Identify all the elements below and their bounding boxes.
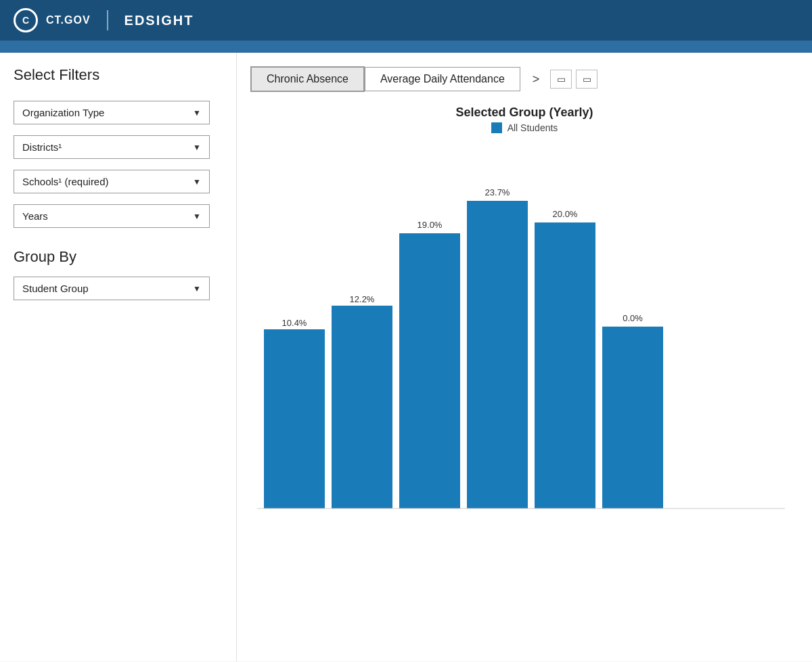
view-mode-split-button[interactable]: ▭ — [576, 70, 597, 89]
years-label: Years — [22, 210, 48, 222]
ct-gov-label: CT.GOV — [46, 14, 91, 26]
header-logo: C CT.GOV EDSIGHT — [14, 8, 194, 32]
svg-text:23.7%: 23.7% — [485, 187, 510, 197]
districts-arrow-icon: ▼ — [193, 143, 201, 152]
bar-chart-svg: 10.4% 12.2% 19.0% 23.7% 20.0% — [257, 147, 785, 525]
tab-chronic-absence[interactable]: Chronic Absence — [250, 66, 365, 92]
tab-nav-next-button[interactable]: > — [526, 68, 547, 91]
schools-filter: Schools¹ (required) ▼ — [14, 170, 223, 193]
group-by-arrow-icon: ▼ — [193, 284, 201, 293]
view-mode-single-button[interactable]: ▭ — [550, 70, 572, 89]
org-type-arrow-icon: ▼ — [193, 108, 201, 118]
svg-text:10.4%: 10.4% — [282, 318, 307, 328]
svg-text:19.0%: 19.0% — [418, 220, 443, 230]
bar-6 — [602, 327, 663, 509]
years-dropdown[interactable]: Years ▼ — [14, 204, 210, 228]
select-filters-title: Select Filters — [14, 66, 223, 87]
bar-3-notch — [399, 268, 449, 509]
chart-title: Selected Group (Yearly) — [257, 105, 792, 120]
group-by-title: Group By — [14, 248, 223, 266]
chart-legend: All Students — [257, 122, 792, 133]
bar-2 — [332, 306, 392, 509]
svg-text:12.2%: 12.2% — [350, 294, 375, 304]
schools-arrow-icon: ▼ — [193, 177, 201, 187]
main-container: Select Filters Organization Type ▼ Distr… — [0, 53, 812, 661]
bar-1 — [264, 329, 325, 509]
legend-color-box — [491, 122, 502, 133]
years-filter: Years ▼ — [14, 204, 223, 228]
svg-text:20.0%: 20.0% — [553, 209, 578, 219]
schools-label: Schools¹ (required) — [22, 176, 109, 187]
header: C CT.GOV EDSIGHT — [0, 0, 812, 41]
districts-filter: Districts¹ ▼ — [14, 135, 223, 159]
app-name-label: EDSIGHT — [125, 13, 194, 28]
chart-container: Selected Group (Yearly) All Students 10.… — [250, 105, 798, 528]
svg-text:0.0%: 0.0% — [623, 313, 643, 323]
bar-chart: 10.4% 12.2% 19.0% 23.7% 20.0% — [257, 147, 792, 528]
bar-5 — [535, 222, 595, 509]
districts-dropdown[interactable]: Districts¹ ▼ — [14, 135, 210, 159]
tab-average-daily-attendance[interactable]: Average Daily Attendance — [365, 67, 520, 91]
org-type-dropdown[interactable]: Organization Type ▼ — [14, 101, 210, 124]
group-by-filter: Student Group ▼ — [14, 277, 223, 300]
sidebar: Select Filters Organization Type ▼ Distr… — [0, 53, 237, 661]
schools-dropdown[interactable]: Schools¹ (required) ▼ — [14, 170, 210, 193]
years-arrow-icon: ▼ — [193, 212, 201, 221]
group-by-dropdown[interactable]: Student Group ▼ — [14, 277, 210, 300]
bar-4 — [467, 201, 528, 509]
tabs-row: Chronic Absence Average Daily Attendance… — [250, 66, 798, 92]
content-area: Chronic Absence Average Daily Attendance… — [237, 53, 812, 661]
org-type-label: Organization Type — [22, 107, 104, 118]
org-type-filter: Organization Type ▼ — [14, 101, 223, 124]
group-by-label: Student Group — [22, 283, 89, 294]
sub-header-bar — [0, 41, 812, 53]
ct-gov-logo-circle: C — [14, 8, 38, 32]
legend-label: All Students — [508, 122, 558, 133]
logo-letter: C — [22, 15, 29, 26]
header-divider — [107, 10, 108, 30]
districts-label: Districts¹ — [22, 141, 62, 153]
